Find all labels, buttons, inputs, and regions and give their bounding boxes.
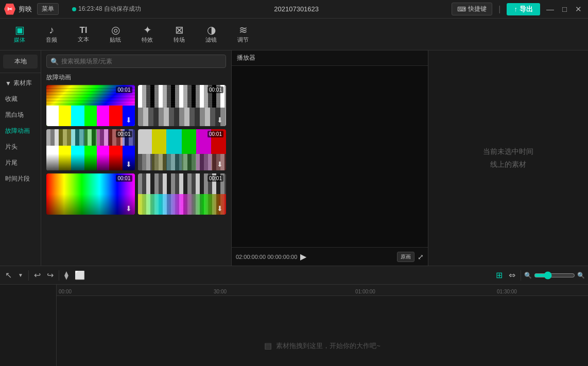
time-total: 00:00:00:00 (267, 254, 297, 260)
player-panel: 播放器 02:00:00:00 00:00:00:00 ▶ 原画 ⤢ (232, 50, 428, 266)
preview-top: 播放器 02:00:00:00 00:00:00:00 ▶ 原画 ⤢ 当前未选中… (232, 50, 588, 266)
tool-adjust[interactable]: ≋ 调节 (228, 21, 258, 48)
sidebar-divider (0, 73, 41, 73)
audio-icon: ♪ (49, 25, 54, 35)
download-icon-1[interactable]: ⬇ (126, 116, 132, 124)
logo-icon: ✂ (4, 4, 15, 15)
magnet-button[interactable]: ⇔ (507, 269, 517, 281)
close-button[interactable]: ✕ (573, 5, 584, 14)
download-icon-3[interactable]: ⬇ (126, 160, 132, 168)
transition-icon: ⊠ (175, 25, 184, 35)
tool-audio[interactable]: ♪ 音频 (36, 21, 67, 48)
media-icon: ▣ (15, 25, 25, 35)
split-button[interactable]: ⧫ (62, 269, 71, 281)
sidebar-item-glitch[interactable]: 故障动画 (0, 123, 41, 139)
zoom-slider[interactable] (534, 271, 575, 280)
sidebar-item-tail[interactable]: 片尾 (0, 155, 41, 171)
download-icon-2[interactable]: ⬇ (217, 116, 223, 124)
tool-media[interactable]: ▣ 媒体 (4, 21, 35, 48)
media-thumb-5[interactable]: 00:01 ⬇ (46, 173, 135, 215)
menu-button[interactable]: 菜单 (37, 3, 59, 15)
time-display: 02:00:00:00 00:00:00:00 (236, 254, 297, 260)
sidebar-item-favorites[interactable]: 收藏 (0, 91, 41, 107)
shortcut-label: 快捷键 (468, 5, 487, 13)
titlebar: ✂ 剪映 菜单 16:23:48 自动保存成功 202107301623 ⌨ 快… (0, 0, 588, 19)
adjust-icon: ≋ (239, 25, 248, 35)
media-thumb-3[interactable]: 00:01 ⬇ (46, 129, 135, 170)
sidebar: 本地 ▼ 素材库 收藏 黑白场 故障动画 片头 片尾 时间片段 (0, 50, 41, 266)
toolbar-separator-1 (28, 270, 29, 281)
tool-transition[interactable]: ⊠ 转场 (164, 21, 195, 48)
time-current: 02:00:00:00 (236, 254, 266, 260)
player-screen (232, 66, 428, 247)
redo-button[interactable]: ↪ (45, 269, 56, 281)
timeline-tracks: ▤ 素材拖拽到这里，开始你的大作吧~ (57, 296, 588, 366)
search-icon: 🔍 (50, 58, 59, 65)
tool-effect[interactable]: ✦ 特效 (132, 21, 163, 48)
download-icon-5[interactable]: ⬇ (126, 204, 132, 213)
tool-filter[interactable]: ◑ 滤镜 (196, 21, 227, 48)
fullscreen-button[interactable]: ⤢ (418, 253, 424, 261)
search-wrap: 🔍 (46, 55, 226, 68)
timeline-main: 00:00 30:00 01:00:00 01:30:00 ▤ 素材拖拽到这里，… (57, 285, 588, 366)
original-quality-button[interactable]: 原画 (397, 252, 414, 262)
adjust-label: 调节 (237, 36, 249, 44)
maximize-button[interactable]: □ (560, 5, 569, 13)
timeline-ruler: 00:00 30:00 01:00:00 01:30:00 (57, 285, 588, 296)
ruler-mark-1: 30:00 (214, 289, 227, 294)
player-controls: 02:00:00:00 00:00:00:00 ▶ 原画 ⤢ (232, 247, 428, 266)
toolbar-separator-2 (59, 270, 59, 281)
cursor-tool-button[interactable]: ↖ (3, 269, 14, 281)
delete-button[interactable]: ⬜ (73, 269, 87, 281)
sidebar-item-head[interactable]: 片头 (0, 139, 41, 155)
download-icon-4[interactable]: ⬇ (217, 160, 223, 168)
toolbar-separator-3 (521, 270, 521, 281)
media-thumb-4[interactable]: 00:01 ⬇ (138, 129, 227, 170)
snap-button[interactable]: ⊞ (494, 269, 505, 281)
media-thumb-2[interactable]: 00:01 ⬇ (138, 85, 227, 126)
keyboard-icon: ⌨ (457, 6, 466, 13)
ruler-mark-2: 01:00:00 (355, 289, 375, 294)
media-panel: 🔍 故障动画 00:01 ⬇ 00:0 (41, 50, 232, 266)
shortcut-button[interactable]: ⌨ 快捷键 (452, 3, 492, 15)
divider: | (498, 5, 500, 14)
search-input[interactable] (46, 55, 226, 68)
toolbar: ▣ 媒体 ♪ 音频 TI 文本 ◎ 贴纸 ✦ 特效 ⊠ 转场 ◑ 滤镜 ≋ 调节 (0, 19, 588, 50)
properties-empty-text: 当前未选中时间线上的素材 (483, 145, 533, 171)
download-icon-6[interactable]: ⬇ (217, 204, 223, 213)
ruler-mark-3: 01:30:00 (497, 289, 517, 294)
audio-label: 音频 (46, 36, 57, 44)
media-thumb-6[interactable]: 00:01 ⬇ (138, 173, 227, 215)
effect-label: 特效 (142, 36, 153, 44)
media-section-title: 故障动画 (41, 72, 231, 85)
cursor-dropdown[interactable]: ▼ (16, 271, 25, 279)
save-status-text: 16:23:48 自动保存成功 (78, 5, 141, 13)
thumb-duration-4: 00:01 (207, 131, 223, 137)
thumb-duration-2: 00:01 (207, 86, 223, 93)
sidebar-item-bw[interactable]: 黑白场 (0, 107, 41, 123)
player-title: 播放器 (232, 50, 428, 66)
undo-button[interactable]: ↩ (32, 269, 43, 281)
thumb-duration-5: 00:01 (116, 175, 132, 182)
filter-icon: ◑ (207, 25, 216, 35)
timeline-toolbar: ↖ ▼ ↩ ↪ ⧫ ⬜ ⊞ ⇔ 🔍 🔍 (0, 266, 588, 285)
timeline-body: 00:00 30:00 01:00:00 01:30:00 ▤ 素材拖拽到这里，… (0, 285, 588, 366)
local-button[interactable]: 本地 (3, 55, 38, 68)
head-label: 片头 (5, 143, 18, 151)
sidebar-material-section[interactable]: ▼ 素材库 (0, 75, 41, 91)
project-name: 202107301623 (141, 5, 452, 13)
minimize-button[interactable]: — (544, 5, 556, 13)
main-content: 本地 ▼ 素材库 收藏 黑白场 故障动画 片头 片尾 时间片段 🔍 (0, 50, 588, 266)
tool-sticker[interactable]: ◎ 贴纸 (100, 21, 131, 48)
title-right-controls: ⌨ 快捷键 | ↑ 导出 — □ ✕ (452, 3, 584, 15)
thumb-duration-3: 00:01 (116, 131, 132, 137)
thumb-duration-1: 00:01 (116, 86, 132, 93)
export-icon: ↑ (514, 5, 517, 13)
logo-area: ✂ 剪映 菜单 (4, 3, 66, 15)
app-name: 剪映 (19, 5, 32, 14)
sidebar-item-segment[interactable]: 时间片段 (0, 171, 41, 187)
export-button[interactable]: ↑ 导出 (507, 3, 540, 15)
media-thumb-1[interactable]: 00:01 ⬇ (46, 85, 135, 126)
play-button[interactable]: ▶ (300, 252, 306, 262)
tool-text[interactable]: TI 文本 (68, 21, 99, 48)
